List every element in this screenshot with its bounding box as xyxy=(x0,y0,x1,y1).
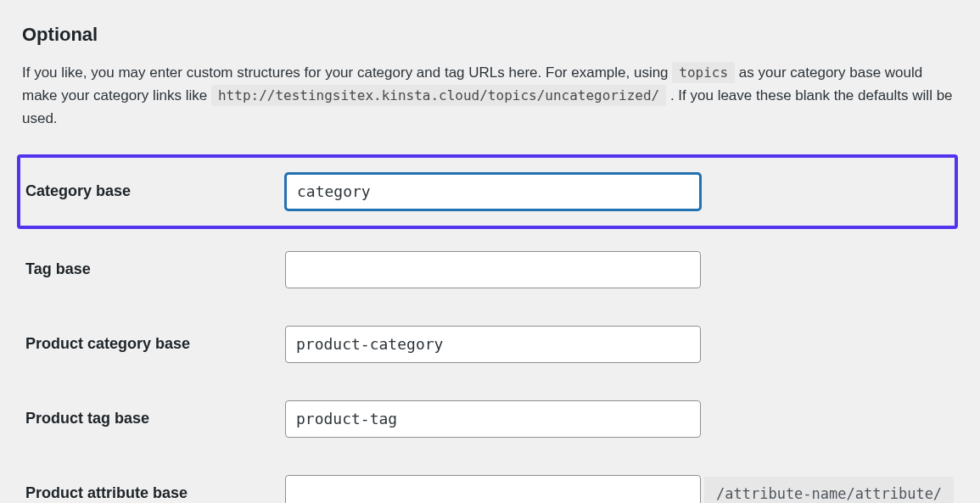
product-attribute-base-label: Product attribute base xyxy=(22,484,285,502)
product-tag-base-input[interactable] xyxy=(285,400,701,438)
category-base-label: Category base xyxy=(22,182,285,200)
tag-base-label: Tag base xyxy=(22,260,285,278)
tag-base-input[interactable] xyxy=(285,251,701,288)
product-attribute-base-input[interactable] xyxy=(285,475,701,503)
permalink-optional-form: Category base Tag base Product category … xyxy=(22,154,958,503)
product-category-base-row: Product category base xyxy=(22,307,958,382)
section-description: If you like, you may enter custom struct… xyxy=(22,61,955,131)
tag-base-row: Tag base xyxy=(22,232,958,307)
section-heading: Optional xyxy=(22,24,958,46)
product-tag-base-row: Product tag base xyxy=(22,382,958,456)
desc-text-1: If you like, you may enter custom struct… xyxy=(22,64,672,81)
product-attribute-base-suffix: /attribute-name/attribute/ xyxy=(704,477,954,503)
desc-code-topics: topics xyxy=(672,62,735,83)
product-category-base-input[interactable] xyxy=(285,326,701,363)
product-category-base-label: Product category base xyxy=(22,335,285,353)
category-base-row: Category base xyxy=(17,154,958,229)
desc-code-url: http://testingsitex.kinsta.cloud/topics/… xyxy=(211,85,666,106)
product-attribute-base-row: Product attribute base /attribute-name/a… xyxy=(22,456,958,503)
category-base-input[interactable] xyxy=(285,173,701,210)
product-tag-base-label: Product tag base xyxy=(22,410,285,428)
